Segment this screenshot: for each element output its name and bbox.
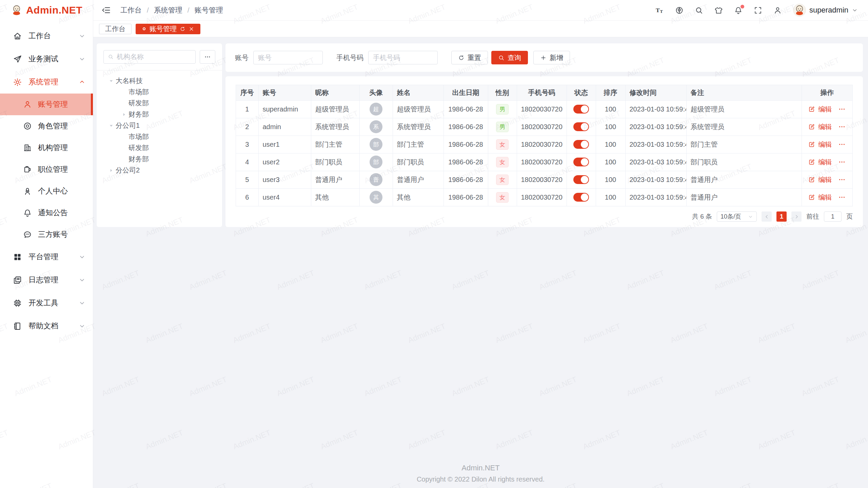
row-more-button[interactable]	[838, 176, 846, 183]
caret-right-fill-icon[interactable]	[107, 168, 116, 173]
sidebar-menu-item[interactable]: 开发工具	[0, 291, 93, 314]
tree-node[interactable]: 财务部	[99, 109, 219, 120]
add-button[interactable]: 新增	[533, 51, 570, 64]
tools-icon	[13, 299, 22, 308]
menu-fold-icon[interactable]	[101, 5, 111, 15]
fullscreen-icon[interactable]	[754, 6, 762, 15]
cell-account: user1	[258, 136, 311, 153]
cell-modified: 2023-01-03 10:59:44	[625, 118, 686, 136]
sidebar-menu-item[interactable]: 系统管理	[0, 70, 93, 94]
table-header-cell: 操作	[802, 85, 852, 100]
edit-button[interactable]: 编辑	[818, 122, 832, 131]
edit-icon[interactable]	[808, 194, 815, 201]
sidebar-submenu-item[interactable]: 账号管理	[0, 94, 93, 115]
edit-button[interactable]: 编辑	[818, 105, 832, 114]
row-more-button[interactable]	[838, 141, 846, 148]
status-toggle[interactable]	[573, 122, 589, 131]
edit-icon[interactable]	[808, 159, 815, 165]
prev-page-button[interactable]	[762, 211, 772, 222]
caret-down-fill-icon[interactable]	[107, 123, 116, 128]
tree-node[interactable]: 财务部	[99, 154, 219, 165]
user-name: superadmin	[809, 6, 848, 15]
tree-node[interactable]: 市场部	[99, 86, 219, 98]
tree-node[interactable]: 研发部	[99, 98, 219, 109]
edit-icon[interactable]	[808, 123, 815, 130]
refresh-icon[interactable]	[180, 26, 185, 32]
tree-node[interactable]: 分公司2	[99, 165, 219, 176]
breadcrumb-separator: /	[188, 6, 190, 14]
row-more-button[interactable]	[838, 123, 846, 130]
cell-remark: 普通用户	[686, 188, 802, 206]
edit-button[interactable]: 编辑	[818, 193, 832, 202]
edit-button[interactable]: 编辑	[818, 140, 832, 149]
breadcrumb-item[interactable]: 工作台	[120, 5, 142, 15]
caret-down-fill-icon[interactable]	[107, 78, 116, 84]
status-toggle[interactable]	[573, 140, 589, 149]
row-more-button[interactable]	[838, 194, 846, 201]
tree-node-label: 市场部	[129, 87, 149, 97]
theme-icon[interactable]	[714, 6, 723, 15]
search-icon[interactable]	[695, 6, 703, 15]
org-more-button[interactable]	[200, 50, 215, 64]
query-button[interactable]: 查询	[491, 51, 528, 64]
user-outline-icon[interactable]	[773, 6, 782, 15]
sidebar-menu-item[interactable]: 业务测试	[0, 47, 93, 70]
sidebar-menu-item[interactable]: 平台管理	[0, 245, 93, 268]
chevron-down-icon	[79, 323, 85, 329]
tree-node[interactable]: 市场部	[99, 131, 219, 142]
cell-remark: 超级管理员	[686, 100, 802, 118]
notification-bell-icon[interactable]	[734, 6, 743, 15]
cell-ops: 编辑	[802, 171, 852, 188]
goto-page-input[interactable]	[824, 211, 842, 222]
status-toggle[interactable]	[573, 105, 589, 114]
phone-input[interactable]	[368, 51, 438, 64]
sidebar-menu-item[interactable]: 工作台	[0, 24, 93, 47]
cell-order: 100	[596, 100, 625, 118]
sidebar-submenu-item[interactable]: 三方账号	[0, 224, 93, 245]
reset-button[interactable]: 重置	[451, 51, 488, 64]
next-page-button[interactable]	[791, 211, 802, 222]
font-size-icon[interactable]: TT	[655, 6, 664, 15]
user-menu[interactable]: superadmin	[793, 4, 858, 17]
current-page-button[interactable]: 1	[776, 211, 787, 222]
tab-active[interactable]: 账号管理	[136, 24, 200, 34]
submenu-item-label: 账号管理	[38, 99, 68, 109]
sidebar-submenu-item[interactable]: 机构管理	[0, 137, 93, 159]
breadcrumb-item[interactable]: 系统管理	[154, 5, 182, 15]
status-toggle[interactable]	[573, 193, 589, 202]
sidebar-menu-item[interactable]: 日志管理	[0, 268, 93, 291]
row-more-button[interactable]	[838, 105, 846, 113]
sidebar-submenu-item[interactable]: 个人中心	[0, 180, 93, 202]
tab-bar: 工作台 账号管理	[93, 21, 868, 37]
edit-button[interactable]: 编辑	[818, 175, 832, 184]
sidebar-submenu-item[interactable]: 通知公告	[0, 202, 93, 224]
account-input[interactable]	[253, 51, 323, 64]
status-toggle[interactable]	[573, 175, 589, 184]
tree-caret-spacer	[120, 145, 129, 151]
org-search-input[interactable]	[117, 53, 191, 61]
org-search-box	[103, 50, 196, 64]
close-icon[interactable]	[189, 26, 194, 32]
status-toggle[interactable]	[573, 158, 589, 166]
sidebar-menu-item[interactable]: 帮助文档	[0, 314, 93, 338]
tree-node[interactable]: 研发部	[99, 142, 219, 154]
edit-icon[interactable]	[808, 176, 815, 183]
tree-node[interactable]: 大名科技	[99, 75, 219, 86]
sidebar-submenu-item[interactable]: 角色管理	[0, 115, 93, 137]
tree-node[interactable]: 分公司1	[99, 120, 219, 131]
tab[interactable]: 工作台	[99, 24, 132, 34]
language-icon[interactable]	[675, 6, 684, 15]
chevron-up-icon	[79, 79, 85, 85]
cell-name: 普通用户	[393, 171, 443, 188]
caret-right-fill-icon[interactable]	[120, 112, 129, 117]
row-more-button[interactable]	[838, 158, 846, 166]
cell-avatar: 其	[359, 188, 393, 206]
grid-icon	[13, 252, 22, 262]
page-size-select[interactable]: 10条/页	[717, 211, 757, 222]
edit-button[interactable]: 编辑	[818, 158, 832, 167]
sidebar-submenu-item[interactable]: 职位管理	[0, 159, 93, 180]
edit-icon[interactable]	[808, 106, 815, 113]
edit-icon[interactable]	[808, 141, 815, 148]
chevron-down-icon	[852, 7, 858, 13]
app-logo[interactable]: Admin.NET	[0, 0, 93, 20]
